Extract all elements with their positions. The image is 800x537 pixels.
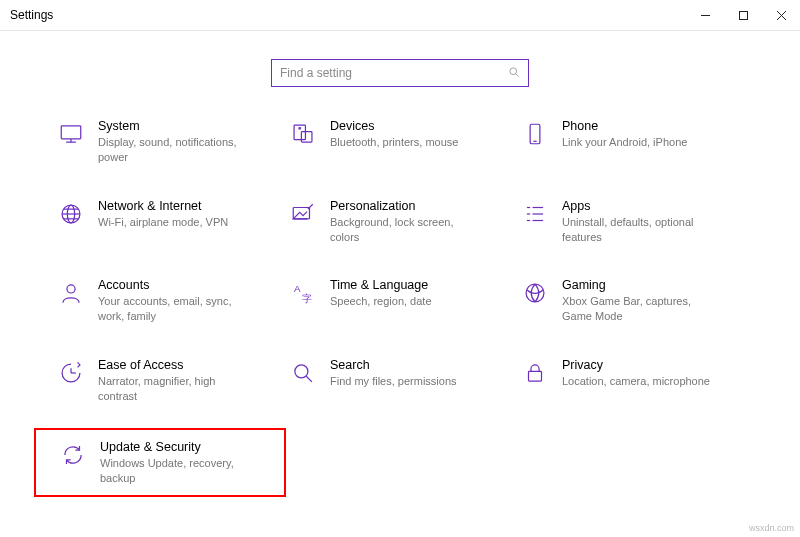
tile-title: Gaming [562,278,717,292]
update-icon [60,442,86,468]
tile-privacy[interactable]: Privacy Location, camera, microphone [522,358,742,404]
phone-icon [522,121,548,147]
tile-desc: Background, lock screen, colors [330,215,485,245]
tile-title: Search [330,358,457,372]
tile-gaming[interactable]: Gaming Xbox Game Bar, captures, Game Mod… [522,278,742,324]
svg-line-34 [306,376,312,382]
tile-title: Ease of Access [98,358,253,372]
tile-apps[interactable]: Apps Uninstall, defaults, optional featu… [522,199,742,245]
tile-title: Time & Language [330,278,432,292]
settings-grid: System Display, sound, notifications, po… [0,119,800,507]
globe-icon [58,201,84,227]
tile-title: Personalization [330,199,485,213]
svg-rect-6 [61,126,81,139]
tile-devices[interactable]: Devices Bluetooth, printers, mouse [290,119,510,165]
search-icon [508,66,520,81]
tile-title: Apps [562,199,717,213]
tile-network[interactable]: Network & Internet Wi-Fi, airplane mode,… [58,199,278,245]
ease-of-access-icon [58,360,84,386]
tile-ease-of-access[interactable]: Ease of Access Narrator, magnifier, high… [58,358,278,404]
tile-system[interactable]: System Display, sound, notifications, po… [58,119,278,165]
accounts-icon [58,280,84,306]
tile-update-security[interactable]: Update & Security Windows Update, recove… [34,428,286,498]
time-language-icon: A字 [290,280,316,306]
titlebar-divider [0,30,800,31]
gaming-icon [522,280,548,306]
tile-desc: Narrator, magnifier, high contrast [98,374,253,404]
search-input[interactable]: Find a setting [271,59,529,87]
tile-accounts[interactable]: Accounts Your accounts, email, sync, wor… [58,278,278,324]
window-title: Settings [10,8,53,22]
search-row: Find a setting [0,59,800,87]
tile-title: Devices [330,119,458,133]
tile-search[interactable]: Search Find my files, permissions [290,358,510,404]
tile-title: Accounts [98,278,253,292]
tile-desc: Your accounts, email, sync, work, family [98,294,253,324]
svg-line-5 [516,73,519,76]
titlebar: Settings [0,0,800,30]
svg-text:A: A [294,284,301,295]
apps-icon [522,201,548,227]
svg-rect-35 [529,371,542,381]
tile-desc: Find my files, permissions [330,374,457,389]
search-placeholder: Find a setting [280,66,508,80]
window-controls [686,0,800,30]
svg-point-27 [67,285,75,293]
maximize-button[interactable] [724,0,762,30]
tile-title: Privacy [562,358,710,372]
svg-line-20 [308,204,313,209]
tile-desc: Speech, region, date [330,294,432,309]
tile-title: System [98,119,253,133]
tile-desc: Wi-Fi, airplane mode, VPN [98,215,228,230]
tile-time-language[interactable]: A字 Time & Language Speech, region, date [290,278,510,324]
tile-personalization[interactable]: Personalization Background, lock screen,… [290,199,510,245]
tile-desc: Bluetooth, printers, mouse [330,135,458,150]
watermark: wsxdn.com [749,523,794,533]
tile-desc: Display, sound, notifications, power [98,135,253,165]
svg-rect-10 [301,132,312,143]
privacy-icon [522,360,548,386]
search-tile-icon [290,360,316,386]
tile-title: Update & Security [100,440,255,454]
tile-title: Network & Internet [98,199,228,213]
system-icon [58,121,84,147]
svg-rect-1 [739,11,747,19]
tile-desc: Uninstall, defaults, optional features [562,215,717,245]
minimize-button[interactable] [686,0,724,30]
svg-point-11 [299,128,301,130]
svg-point-4 [510,67,517,74]
tile-phone[interactable]: Phone Link your Android, iPhone [522,119,742,165]
tile-desc: Windows Update, recovery, backup [100,456,255,486]
svg-point-33 [295,365,308,378]
personalization-icon [290,201,316,227]
devices-icon [290,121,316,147]
close-button[interactable] [762,0,800,30]
svg-text:字: 字 [302,293,312,304]
tile-desc: Link your Android, iPhone [562,135,687,150]
tile-desc: Location, camera, microphone [562,374,710,389]
tile-title: Phone [562,119,687,133]
tile-desc: Xbox Game Bar, captures, Game Mode [562,294,717,324]
